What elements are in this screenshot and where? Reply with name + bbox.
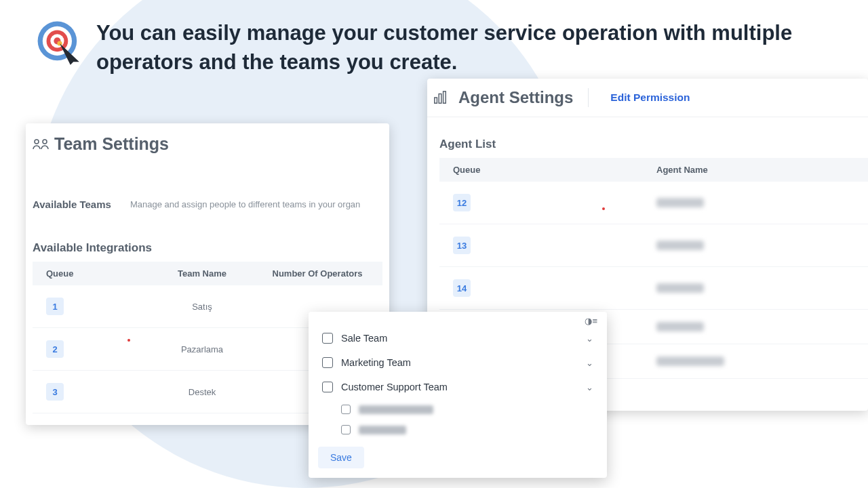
dropdown-subitem[interactable] [318,420,597,440]
page-header: You can easily manage your customer serv… [0,0,868,84]
save-button[interactable]: Save [318,447,364,468]
divider [588,88,589,107]
edit-permission-link[interactable]: Edit Permission [610,92,690,104]
svg-point-7 [35,140,39,144]
agent-table-header: Queue Agent Name [439,158,868,182]
target-icon [35,19,84,68]
agent-name-blurred [656,241,704,250]
available-teams-label: Available Teams [33,199,111,210]
checkbox[interactable] [341,425,351,434]
dropdown-item-sale[interactable]: Sale Team ⌄ [318,326,597,350]
bars-icon [433,90,448,105]
queue-badge: 2 [46,340,64,358]
queue-badge: 3 [46,383,64,401]
header-team-name: Team Name [134,268,270,279]
agent-name-blurred [656,198,704,207]
subitem-blurred [359,405,433,414]
checkbox[interactable] [322,357,333,368]
header-queue: Queue [46,268,134,279]
dropdown-label: Customer Support Team [341,382,578,392]
svg-rect-11 [443,92,446,103]
team-name-cell: Satış [134,302,270,312]
checkbox[interactable] [341,405,351,414]
agent-name-blurred [656,357,724,366]
dropdown-subitem[interactable] [318,399,597,420]
team-table-header: Queue Team Name Number Of Operators [33,262,382,285]
dropdown-item-marketing[interactable]: Marketing Team ⌄ [318,350,597,375]
team-name-cell: Destek [134,387,270,397]
team-name-cell: Pazarlama [134,344,270,354]
queue-badge: 13 [453,237,471,254]
header-num-operators: Number Of Operators [270,268,365,279]
table-row[interactable]: 14 [439,267,868,310]
queue-badge: 14 [453,279,471,297]
checkbox[interactable] [322,382,333,392]
available-teams-desc: Manage and assign people to different te… [130,199,360,209]
agent-header-name: Agent Name [656,165,806,175]
agent-header-queue: Queue [453,165,656,175]
available-integrations-label: Available Integrations [33,241,382,255]
toggle-icon[interactable]: ◑≡ [318,316,597,326]
agent-name-blurred [656,322,704,331]
people-icon [33,138,49,150]
dropdown-item-support[interactable]: Customer Support Team ⌄ [318,375,597,399]
chevron-down-icon[interactable]: ⌄ [586,358,593,368]
agent-list-title: Agent List [439,138,868,151]
team-settings-title: Team Settings [54,134,169,154]
svg-rect-10 [439,94,441,104]
queue-badge: 1 [46,298,64,315]
subitem-blurred [359,426,406,434]
svg-rect-9 [435,98,437,103]
dropdown-label: Marketing Team [341,357,578,368]
page-headline: You can easily manage your customer serv… [96,19,827,77]
dot-indicator [127,339,130,342]
team-dropdown-card: ◑≡ Sale Team ⌄ Marketing Team ⌄ Customer… [309,312,607,478]
table-row[interactable]: 13 [439,224,868,267]
chevron-down-icon[interactable]: ⌄ [586,382,593,392]
checkbox[interactable] [322,333,333,344]
agent-name-blurred [656,283,704,293]
table-row[interactable]: 12 [439,182,868,224]
agent-settings-title: Agent Settings [458,88,573,107]
queue-badge: 12 [453,194,471,211]
svg-point-8 [43,140,47,144]
dot-indicator [602,207,605,210]
chevron-down-icon[interactable]: ⌄ [586,333,593,344]
dropdown-label: Sale Team [341,333,578,344]
